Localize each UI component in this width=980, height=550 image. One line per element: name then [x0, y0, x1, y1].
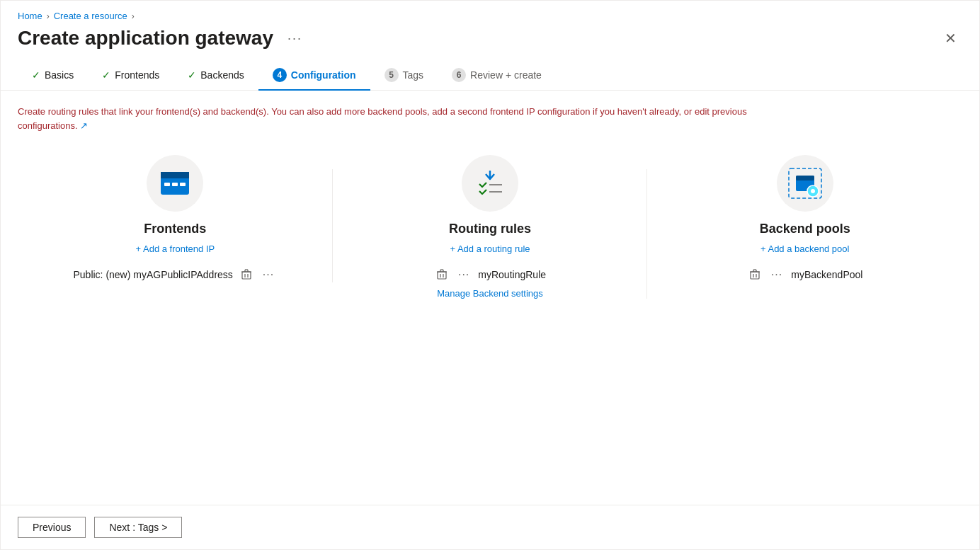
trash-icon-backend: [750, 269, 760, 280]
close-button[interactable]: ✕: [939, 27, 962, 50]
backend-pool-delete-button[interactable]: [747, 268, 763, 282]
backend-pools-icon-circle: [777, 155, 833, 212]
tab-frontends[interactable]: ✓ Frontends: [88, 62, 173, 89]
frontend-delete-button[interactable]: [239, 268, 254, 282]
routing-rule-delete-button[interactable]: [434, 268, 450, 282]
columns: Frontends + Add a frontend IP Public: (n…: [18, 155, 962, 299]
add-frontend-ip-link[interactable]: + Add a frontend IP: [136, 244, 215, 254]
frontends-column: Frontends + Add a frontend IP Public: (n…: [18, 155, 333, 282]
tab-configuration[interactable]: 4 Configuration: [258, 61, 370, 91]
add-backend-pool-link[interactable]: + Add a backend pool: [760, 244, 849, 254]
info-text: Create routing rules that link your fron…: [18, 105, 797, 132]
breadcrumb: Home › Create a resource ›: [1, 1, 979, 21]
info-link[interactable]: ↗: [80, 120, 88, 131]
routing-rules-title: Routing rules: [449, 222, 531, 236]
trash-icon-routing: [437, 269, 447, 280]
add-routing-rule-link[interactable]: + Add a routing rule: [450, 244, 530, 254]
svg-rect-1: [161, 172, 189, 178]
header-left: Create application gateway ···: [18, 27, 308, 50]
svg-rect-4: [180, 183, 186, 186]
trash-icon: [241, 269, 251, 280]
panel: Home › Create a resource › Create applic…: [0, 0, 980, 550]
breadcrumb-home[interactable]: Home: [18, 11, 42, 21]
routing-rules-icon: [472, 168, 508, 199]
routing-rules-column: Routing rules + Add a routing rule: [333, 155, 648, 299]
tab-tags-label: Tags: [403, 69, 424, 81]
page-title: Create application gateway: [18, 27, 273, 50]
tab-review-create-label: Review + create: [470, 69, 542, 81]
step-circle-configuration: 4: [273, 68, 287, 82]
frontends-title: Frontends: [144, 222, 206, 236]
breadcrumb-create-resource[interactable]: Create a resource: [54, 11, 127, 21]
content: Create routing rules that link your fron…: [1, 91, 979, 505]
frontend-item-row: Public: (new) myAGPublicIPAddress ···: [32, 267, 319, 282]
check-icon-basics: ✓: [32, 69, 40, 81]
backend-pools-title: Backend pools: [760, 222, 850, 236]
tab-tags[interactable]: 5 Tags: [370, 61, 438, 91]
routing-rule-item-row: ··· myRoutingRule: [347, 267, 634, 282]
frontends-icon-circle: [147, 155, 203, 212]
tab-backends-label: Backends: [200, 69, 244, 81]
frontend-more-button[interactable]: ···: [260, 267, 277, 282]
backend-pools-icon: [786, 166, 824, 201]
routing-rules-icon-circle: [462, 155, 518, 212]
backend-pool-more-button[interactable]: ···: [768, 267, 785, 282]
breadcrumb-sep-2: ›: [132, 11, 135, 21]
tab-backends[interactable]: ✓ Backends: [173, 62, 258, 89]
next-button[interactable]: Next : Tags >: [94, 517, 182, 538]
backend-pool-item-row: ··· myBackendPool: [661, 267, 948, 282]
svg-rect-5: [242, 272, 251, 279]
backend-pools-column: Backend pools + Add a backend pool: [647, 155, 962, 282]
manage-backend-settings-link[interactable]: Manage Backend settings: [437, 288, 543, 299]
tab-review-create[interactable]: 6 Review + create: [438, 61, 556, 91]
check-icon-backends: ✓: [188, 69, 196, 81]
svg-rect-24: [796, 176, 814, 181]
svg-rect-3: [172, 183, 178, 186]
frontends-icon: [159, 171, 190, 196]
more-options-button[interactable]: ···: [282, 28, 308, 49]
tab-configuration-label: Configuration: [291, 69, 356, 81]
previous-button[interactable]: Previous: [18, 517, 86, 538]
tab-basics[interactable]: ✓ Basics: [18, 62, 88, 89]
tab-basics-label: Basics: [45, 69, 74, 81]
frontend-item-text: Public: (new) myAGPublicIPAddress: [73, 269, 232, 280]
backend-pool-item-text: myBackendPool: [791, 269, 862, 280]
check-icon-frontends: ✓: [102, 69, 110, 81]
breadcrumb-sep-1: ›: [47, 11, 50, 21]
svg-rect-15: [438, 272, 446, 279]
header-row: Create application gateway ··· ✕: [1, 21, 979, 50]
svg-rect-27: [751, 272, 759, 279]
tabs: ✓ Basics ✓ Frontends ✓ Backends 4 Config…: [1, 50, 979, 91]
tab-frontends-label: Frontends: [115, 69, 159, 81]
step-circle-tags: 5: [384, 68, 399, 82]
footer: Previous Next : Tags >: [1, 505, 979, 549]
svg-point-26: [811, 189, 815, 193]
routing-rule-more-button[interactable]: ···: [455, 267, 472, 282]
svg-rect-2: [164, 183, 170, 186]
routing-rule-item-text: myRoutingRule: [478, 269, 546, 280]
step-circle-review: 6: [452, 68, 466, 82]
